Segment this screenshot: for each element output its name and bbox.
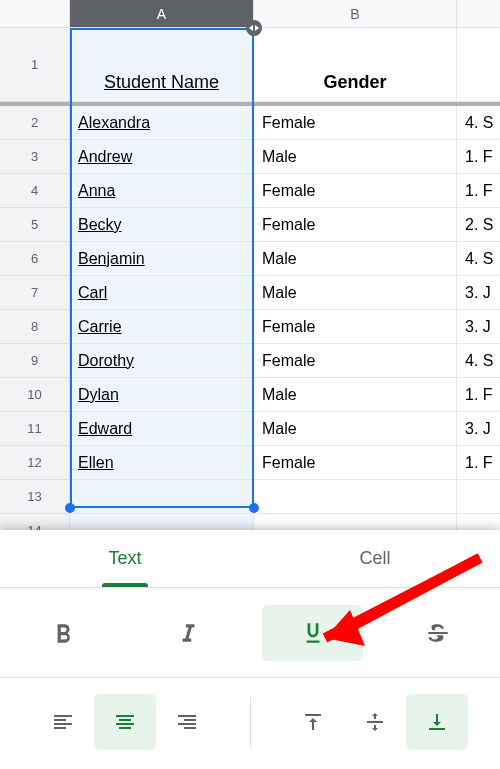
column-header-c[interactable] (457, 0, 500, 28)
cell-text: 4. S (465, 352, 493, 370)
row-header[interactable]: 7 (0, 276, 70, 310)
italic-button[interactable] (137, 605, 238, 661)
table-row: 2AlexandraFemale4. S (0, 106, 500, 140)
cell[interactable]: Dorothy (70, 344, 254, 378)
cell[interactable]: Carrie (70, 310, 254, 344)
cell-a1[interactable]: Student Name (70, 28, 254, 102)
underline-button[interactable] (262, 605, 363, 661)
valign-bottom-icon (425, 710, 449, 734)
cell-text: Female (262, 114, 315, 132)
cell[interactable]: 3. J (457, 276, 500, 310)
cell[interactable] (254, 480, 457, 514)
row-header[interactable]: 12 (0, 446, 70, 480)
cell[interactable] (457, 480, 500, 514)
cell[interactable]: 1. F (457, 174, 500, 208)
cell-text: Edward (78, 420, 132, 438)
row-header[interactable]: 2 (0, 106, 70, 140)
format-tabbar: Text Cell (0, 530, 500, 588)
row-header[interactable]: 5 (0, 208, 70, 242)
cell-c1[interactable] (457, 28, 500, 102)
column-header-a[interactable]: A (70, 0, 254, 28)
spreadsheet-grid[interactable]: A B 1 Student Name Gender 2AlexandraFema… (0, 0, 500, 530)
row-header[interactable]: 9 (0, 344, 70, 378)
align-right-button[interactable] (156, 694, 218, 750)
cell-text: Male (262, 386, 297, 404)
row-header-1[interactable]: 1 (0, 28, 70, 102)
row-header[interactable]: 8 (0, 310, 70, 344)
cell-text: Male (262, 420, 297, 438)
cell[interactable]: Female (254, 310, 457, 344)
cell[interactable]: Female (254, 344, 457, 378)
cell[interactable]: Edward (70, 412, 254, 446)
row-header[interactable]: 4 (0, 174, 70, 208)
row-header[interactable]: 13 (0, 480, 70, 514)
align-left-button[interactable] (32, 694, 94, 750)
cell[interactable]: 3. J (457, 412, 500, 446)
cell[interactable]: Female (254, 174, 457, 208)
italic-icon (175, 620, 201, 646)
column-header-b[interactable]: B (254, 0, 457, 28)
cell-text: 1. F (465, 386, 493, 404)
vertical-align-group (251, 694, 501, 750)
cell[interactable]: 4. S (457, 242, 500, 276)
table-row: 10DylanMale1. F (0, 378, 500, 412)
cell-text: Carrie (78, 318, 122, 336)
row-header[interactable]: 3 (0, 140, 70, 174)
cell[interactable]: Carl (70, 276, 254, 310)
strikethrough-button[interactable] (387, 605, 488, 661)
valign-middle-button[interactable] (344, 694, 406, 750)
cell[interactable]: Benjamin (70, 242, 254, 276)
valign-bottom-button[interactable] (406, 694, 468, 750)
cell[interactable]: Alexandra (70, 106, 254, 140)
cell[interactable] (457, 514, 500, 530)
cell[interactable]: Female (254, 446, 457, 480)
cell[interactable]: 4. S (457, 106, 500, 140)
cell[interactable]: 4. S (457, 344, 500, 378)
cell[interactable] (70, 480, 254, 514)
cell-text: Male (262, 250, 297, 268)
cell-text: Female (262, 182, 315, 200)
cell[interactable]: 1. F (457, 378, 500, 412)
cell-text: Male (262, 284, 297, 302)
cell-text: Benjamin (78, 250, 145, 268)
cell[interactable]: 1. F (457, 446, 500, 480)
row-header[interactable]: 6 (0, 242, 70, 276)
cell[interactable]: Ellen (70, 446, 254, 480)
cell[interactable] (254, 514, 457, 530)
cell-text: Carl (78, 284, 107, 302)
cell[interactable]: Andrew (70, 140, 254, 174)
align-left-icon (51, 710, 75, 734)
cell-text: Male (262, 148, 297, 166)
cell[interactable]: Anna (70, 174, 254, 208)
cell[interactable]: Female (254, 208, 457, 242)
cell[interactable]: 1. F (457, 140, 500, 174)
table-row: 12EllenFemale1. F (0, 446, 500, 480)
cell[interactable]: 2. S (457, 208, 500, 242)
cell[interactable]: 3. J (457, 310, 500, 344)
cell[interactable]: Male (254, 140, 457, 174)
bold-button[interactable] (12, 605, 113, 661)
cell-text: Female (262, 318, 315, 336)
table-row: 7CarlMale3. J (0, 276, 500, 310)
cell[interactable]: Male (254, 276, 457, 310)
row-header[interactable]: 14 (0, 514, 70, 530)
cell[interactable]: Male (254, 412, 457, 446)
table-row: 5BeckyFemale2. S (0, 208, 500, 242)
cell-text: Alexandra (78, 114, 150, 132)
tab-text[interactable]: Text (0, 530, 250, 587)
cell[interactable]: Female (254, 106, 457, 140)
valign-top-button[interactable] (282, 694, 344, 750)
select-all-corner[interactable] (0, 0, 70, 28)
align-center-button[interactable] (94, 694, 156, 750)
cell[interactable]: Male (254, 242, 457, 276)
cell-b1[interactable]: Gender (254, 28, 457, 102)
tab-cell[interactable]: Cell (250, 530, 500, 587)
cell[interactable] (70, 514, 254, 530)
align-right-icon (175, 710, 199, 734)
row-header[interactable]: 10 (0, 378, 70, 412)
row-header[interactable]: 11 (0, 412, 70, 446)
cell[interactable]: Becky (70, 208, 254, 242)
cell[interactable]: Dylan (70, 378, 254, 412)
column-resize-handle[interactable] (246, 20, 262, 36)
cell[interactable]: Male (254, 378, 457, 412)
